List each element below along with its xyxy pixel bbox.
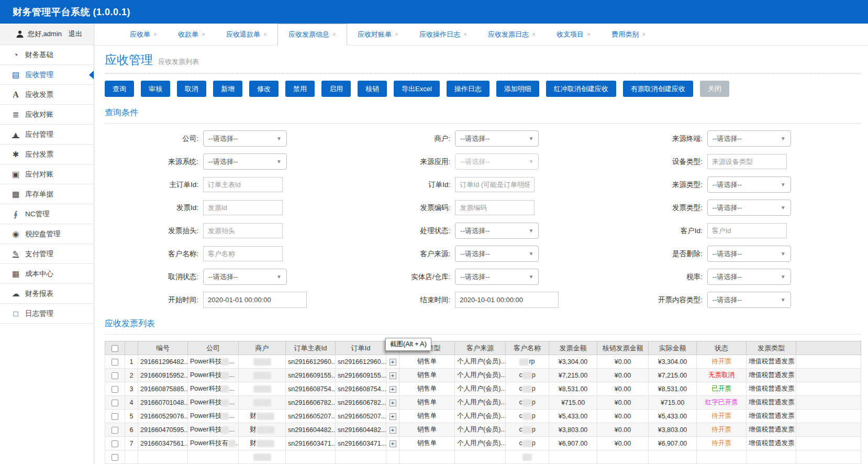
sidebar-item-应付管理[interactable]: ▲应付管理 [0, 125, 94, 145]
sidebar-item-应收对账[interactable]: ≣应收对账 [0, 105, 94, 125]
审核-button[interactable]: 审核 [141, 81, 170, 97]
select-公司[interactable]: --请选择--▼ [203, 130, 287, 147]
tab-close-icon[interactable]: × [532, 31, 536, 38]
关闭-button[interactable]: 关闭 [700, 81, 729, 97]
sidebar-item-日志管理[interactable]: □日志管理 [0, 304, 94, 324]
field-label: 取消状态: [105, 272, 203, 282]
expand-plus-icon[interactable]: + [390, 359, 396, 366]
tab-应收发票日志[interactable]: 应收发票日志× [477, 24, 546, 45]
select-实体店/仓库[interactable]: --请选择--▼ [455, 269, 539, 285]
input-订单Id[interactable] [455, 177, 535, 192]
sidebar-item-税控盘管理[interactable]: ◉税控盘管理 [0, 224, 94, 244]
select-发票类型[interactable]: --请选择--▼ [707, 200, 791, 216]
select-value: --请选择-- [460, 157, 489, 167]
禁用-button[interactable]: 禁用 [285, 81, 315, 97]
tab-close-icon[interactable]: × [332, 31, 336, 38]
select-客户来源[interactable]: --请选择--▼ [455, 246, 539, 262]
tab-收支项目[interactable]: 收支项目× [546, 24, 601, 45]
tab-应收操作日志[interactable]: 应收操作日志× [409, 24, 477, 45]
expand-plus-icon[interactable]: + [390, 427, 396, 434]
field-label: 开票内容类型: [609, 295, 707, 305]
tab-close-icon[interactable]: × [642, 31, 646, 38]
tab-close-icon[interactable]: × [153, 31, 157, 38]
sidebar-item-库存单据[interactable]: ▩库存单据 [0, 184, 94, 204]
expand-plus-icon[interactable]: + [390, 400, 396, 406]
expand-plus-icon[interactable]: + [390, 372, 396, 379]
修改-button[interactable]: 修改 [249, 81, 279, 97]
row-checkbox[interactable] [112, 413, 118, 420]
input-设备类型[interactable] [707, 154, 787, 169]
有票取消创建应收-button[interactable]: 有票取消创建应收 [623, 81, 693, 97]
启用-button[interactable]: 启用 [321, 81, 351, 97]
select-all-checkbox[interactable] [112, 345, 118, 352]
select-来源系统[interactable]: --请选择--▼ [203, 153, 287, 170]
核销-button[interactable]: 核销 [358, 81, 387, 97]
expand-plus-icon[interactable]: + [390, 386, 396, 393]
cell-customer-source: 个人用户(会员)... [455, 355, 506, 369]
input-开始时间[interactable] [203, 292, 307, 308]
操作日志-button[interactable]: 操作日志 [447, 81, 489, 97]
取消-button[interactable]: 取消 [177, 81, 206, 97]
sidebar-item-成本中心[interactable]: ▦成本中心 [0, 264, 94, 284]
tab-close-icon[interactable]: × [463, 31, 467, 38]
查询-button[interactable]: 查询 [105, 81, 134, 97]
select-税率[interactable]: --请选择--▼ [707, 269, 791, 285]
row-checkbox[interactable] [112, 440, 118, 447]
row-checkbox[interactable] [112, 386, 118, 393]
sidebar-item-label: 应付对账 [25, 170, 53, 179]
select-来源类型[interactable]: --请选择--▼ [707, 176, 791, 193]
input-发票Id[interactable] [203, 200, 283, 215]
sidebar-item-label: 财务基础 [25, 50, 53, 60]
input-客户Id[interactable] [707, 223, 787, 238]
tab-应收单[interactable]: 应收单× [119, 24, 168, 45]
input-发票编码[interactable] [455, 200, 535, 215]
导出Excel-button[interactable]: 导出Excel [394, 81, 440, 97]
select-value: --请选择-- [460, 226, 489, 236]
sidebar-item-财务基础[interactable]: ◔财务基础 [0, 45, 94, 65]
input-结束时间[interactable] [455, 292, 559, 308]
logout-link[interactable]: 退出 [69, 29, 82, 39]
table-header-row: 编号公司商户订单主表Id订单Id单据类型客户来源客户名称发票金额核销发票金额实际… [105, 341, 861, 355]
row-checkbox[interactable] [112, 359, 118, 366]
row-checkbox[interactable] [112, 372, 118, 379]
tab-应收对账单[interactable]: 应收对账单× [347, 24, 409, 45]
qrcode-icon: ▩ [9, 190, 22, 199]
sidebar-item-NC管理[interactable]: ∮NC管理 [0, 204, 94, 224]
sidebar-item-应付对账[interactable]: ▣应付对账 [0, 164, 94, 184]
input-发票抬头[interactable] [203, 223, 283, 238]
sidebar-item-应收管理[interactable]: ▤应收管理 [0, 65, 94, 85]
cell-merchant [239, 382, 286, 396]
tab-close-icon[interactable]: × [587, 31, 591, 38]
invoice-table-wrap: 编号公司商户订单主表Id订单Id单据类型客户来源客户名称发票金额核销发票金额实际… [105, 341, 861, 464]
select-开票内容类型[interactable]: --请选择--▼ [707, 292, 791, 308]
cell-customer-name: rp [506, 355, 549, 369]
select-取消状态[interactable]: --请选择--▼ [203, 269, 287, 285]
input-主订单Id[interactable] [203, 177, 283, 192]
tab-应收退款单[interactable]: 应收退款单× [216, 24, 277, 45]
tab-close-icon[interactable]: × [395, 31, 398, 38]
field-label: 税率: [609, 272, 707, 282]
tab-close-icon[interactable]: × [202, 31, 205, 38]
row-checkbox[interactable] [112, 400, 118, 406]
sidebar-item-应付发票[interactable]: ✱应付发票 [0, 145, 94, 164]
红冲取消创建应收-button[interactable]: 红冲取消创建应收 [546, 81, 616, 97]
select-处理状态[interactable]: --请选择--▼ [455, 223, 539, 239]
sidebar-item-支付管理[interactable]: ✎支付管理 [0, 244, 94, 264]
tab-费用类别[interactable]: 费用类别× [601, 24, 656, 45]
select-是否删除[interactable]: --请选择--▼ [707, 246, 791, 262]
tab-收款单[interactable]: 收款单× [168, 24, 216, 45]
sidebar-item-应收发票[interactable]: A应收发票 [0, 85, 94, 105]
field-label: 实体店/仓库: [357, 272, 455, 282]
select-商户[interactable]: --请选择--▼ [455, 130, 539, 147]
expand-plus-icon[interactable]: + [390, 440, 396, 447]
row-checkbox[interactable] [112, 454, 118, 461]
新增-button[interactable]: 新增 [213, 81, 242, 97]
tab-close-icon[interactable]: × [263, 31, 267, 38]
input-客户名称[interactable] [203, 246, 283, 261]
row-checkbox[interactable] [112, 427, 118, 434]
tab-应收发票信息[interactable]: 应收发票信息× [277, 24, 347, 46]
sidebar-item-财务报表[interactable]: ☁财务报表 [0, 284, 94, 304]
expand-plus-icon[interactable]: + [390, 413, 396, 420]
添加明细-button[interactable]: 添加明细 [496, 81, 539, 97]
select-来源终端[interactable]: --请选择--▼ [707, 130, 791, 147]
